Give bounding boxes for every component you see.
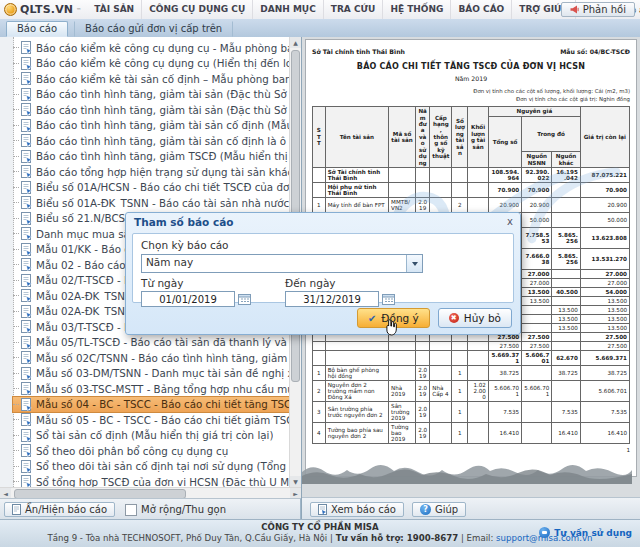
scroll-up-arrow[interactable]: ▲: [290, 37, 301, 48]
table-row: 1Máy tính để bàn FPTMMTB/VN22.019220.900…: [313, 198, 630, 213]
col-cost: Nguyên giá: [488, 107, 580, 116]
expand-checkbox[interactable]: [125, 504, 137, 516]
table-cell-year: 2.019: [416, 381, 430, 402]
report-icon: [21, 119, 32, 132]
to-date-input[interactable]: [285, 291, 379, 307]
help-button[interactable]: ? Giúp: [412, 502, 466, 517]
table-cell-qty: 1: [452, 366, 468, 381]
table-cell-spec: [430, 366, 452, 381]
table-cell-other: 13.500: [552, 315, 581, 324]
tree-dash: [13, 295, 19, 296]
calendar-icon[interactable]: [238, 293, 251, 305]
table-cell-nsnn: 27.500: [522, 333, 552, 342]
menu-item[interactable]: TÀI SẢN: [87, 0, 142, 19]
close-icon[interactable]: x: [507, 215, 513, 229]
tab-bao-cao-gui-don-vi[interactable]: Báo cáo gửi đơn vị cấp trên: [74, 21, 233, 37]
report-list-item[interactable]: Mẫu 05/TL-TSCĐ - Báo cáo tài sản đã than…: [13, 335, 290, 351]
app-logo[interactable]: QLTS.VN ™: [0, 3, 87, 16]
report-list-item[interactable]: Báo cáo tình hình tăng, giảm tài sản cố …: [13, 133, 290, 149]
menu-item[interactable]: TRA CỨU: [324, 0, 384, 19]
view-report-button[interactable]: Xem báo cáo: [310, 502, 404, 517]
menu-item[interactable]: DANH MỤC: [253, 0, 324, 19]
table-cell-spec: [430, 168, 452, 183]
report-list-item[interactable]: Sổ tổng hợp TSCĐ của đơn vị HCSN (Đặc th…: [13, 474, 290, 487]
report-list-item[interactable]: Biểu số 01A-ĐK_TSNN - Báo cáo tài sản nh…: [13, 195, 290, 211]
table-cell-nsnn: 27.000: [522, 270, 552, 279]
chat-support-link[interactable]: Tư vấn sử dụng: [539, 527, 632, 538]
chevron-down-icon: [412, 262, 418, 266]
report-list-item[interactable]: Mẫu số 02C/TSNN - Báo cáo tình hình tăng…: [13, 350, 290, 366]
report-icon: [21, 243, 32, 256]
cancel-button[interactable]: ✖ Hủy bỏ: [438, 308, 512, 328]
table-cell-spec: [430, 342, 452, 351]
table-cell-other: [552, 198, 581, 213]
table-cell-code: [389, 366, 416, 381]
scroll-down-arrow[interactable]: ▼: [290, 476, 301, 487]
table-cell-other: [552, 342, 581, 351]
table-cell-year: 2.019: [416, 198, 430, 213]
report-list-item[interactable]: Báo cáo tình hình tăng, giảm tài sản (Đặ…: [13, 102, 290, 118]
period-select[interactable]: Năm nay: [141, 254, 423, 273]
table-cell-spec: [430, 198, 452, 213]
calendar-icon[interactable]: [382, 293, 395, 305]
tree-dash: [13, 249, 19, 250]
report-icon: [21, 134, 32, 147]
report-list-item[interactable]: Báo cáo kiểm kê công cụ dụng cụ (Hiển th…: [13, 56, 290, 72]
ok-button[interactable]: ✔ Đồng ý: [357, 308, 430, 328]
table-cell-weight: [468, 351, 489, 366]
table-cell-stt: 1: [313, 198, 326, 213]
table-cell-name: Bộ bàn ghế phòng hội đồng: [325, 366, 388, 381]
report-icon: [21, 382, 32, 395]
tab-bao-cao[interactable]: Báo cáo: [6, 21, 68, 37]
table-cell-code: [389, 168, 416, 183]
table-cell-other: 7.535: [552, 402, 581, 423]
report-icon: [21, 212, 32, 225]
report-list-item[interactable]: Biểu số 01A/HCSN - Báo cáo chi tiết TSCĐ…: [13, 180, 290, 196]
tab-bar: Báo cáo Báo cáo gửi đơn vị cấp trên: [0, 19, 640, 38]
report-list-item[interactable]: Báo cáo kiểm kê tài sản cố định – Mẫu ph…: [13, 71, 290, 87]
from-date-input[interactable]: [141, 291, 235, 307]
report-label: Mẫu 05/TL-TSCĐ - Báo cáo tài sản đã than…: [36, 336, 290, 348]
table-cell-spec: [430, 183, 452, 198]
menu-item[interactable]: CÔNG CỤ DỤNG CỤ: [142, 0, 253, 19]
dropdown-button[interactable]: [406, 255, 422, 272]
report-icon: [318, 504, 327, 515]
dialog-body: Chọn kỳ báo cáo Năm nay Từ ngày Đến ngày: [132, 233, 514, 303]
report-list-item[interactable]: Báo cáo tình hình tăng, giảm tài sản cố …: [13, 118, 290, 134]
report-list-item[interactable]: Mẫu số 04 - BC - TSCC - Báo cáo chi tiết…: [13, 397, 290, 413]
table-cell-other: [552, 183, 581, 198]
report-list-item[interactable]: Báo cáo tình hình tăng, giảm TSCĐ (Mẫu h…: [13, 149, 290, 165]
menu-item[interactable]: BÁO CÁO: [451, 0, 512, 19]
report-list-item[interactable]: Sổ tài sản cố định (Mẫu hiển thị giá trị…: [13, 428, 290, 444]
address-text: Tầng 9 - Tòa nhà TECHNOSOFT, Phố Duy Tân…: [47, 533, 335, 543]
toggle-reports-button[interactable]: Ẩn/Hiện báo cáo: [4, 502, 115, 517]
table-cell-name: [325, 342, 388, 351]
table-cell-code: [389, 183, 416, 198]
table-cell-qty: 1: [452, 402, 468, 423]
report-icon: [21, 150, 32, 163]
logo-trademark: ™: [76, 7, 81, 13]
table-cell-weight: [468, 183, 489, 198]
table-row: Hội phụ nữ tỉnh Thái Bình70.90070.90070.…: [313, 183, 630, 198]
report-icon: [21, 274, 32, 287]
report-list-item[interactable]: Báo cáo tổng hợp hiện trạng sử dụng tài …: [13, 164, 290, 180]
report-list-item[interactable]: Mẫu số 05 - BC - TSCC - Báo cáo chi tiết…: [13, 412, 290, 428]
report-list-item[interactable]: Báo cáo kiểm kê công cụ dụng cụ - Mẫu ph…: [13, 40, 290, 56]
report-icon: [21, 41, 32, 54]
report-list-item[interactable]: Sổ theo dõi tài sản cố định tại nơi sử d…: [13, 459, 290, 475]
col-inwhich: Trong đó: [522, 116, 581, 152]
feedback-button[interactable]: Phản hồi: [561, 2, 635, 17]
menu-item[interactable]: HỆ THỐNG: [383, 0, 451, 19]
table-cell-stt: 3: [313, 402, 326, 423]
table-cell-spec: [430, 351, 452, 366]
report-list-item[interactable]: Sổ theo dõi phân bổ công cụ dụng cụ: [13, 443, 290, 459]
report-label: Mẫu số 02C/TSNN - Báo cáo tình hình tăng…: [36, 352, 290, 364]
table-cell-nsnn: [522, 306, 552, 315]
table-row: 1Bộ bàn ghế phòng hội đồng2.019138.72538…: [313, 366, 630, 381]
report-list-item[interactable]: Mẫu số 03-TSC-MSTT - Bảng tổng hợp nhu c…: [13, 381, 290, 397]
report-list-item[interactable]: Mẫu số 03-DM/TSNN - Danh mục tài sản đề …: [13, 366, 290, 382]
email-separator: | Email:: [458, 533, 496, 543]
table-cell-nsnn: 92.390.022: [522, 168, 552, 183]
tree-dash: [13, 373, 19, 374]
report-list-item[interactable]: Báo cáo tình hình tăng, giảm tài sản (Đặ…: [13, 87, 290, 103]
